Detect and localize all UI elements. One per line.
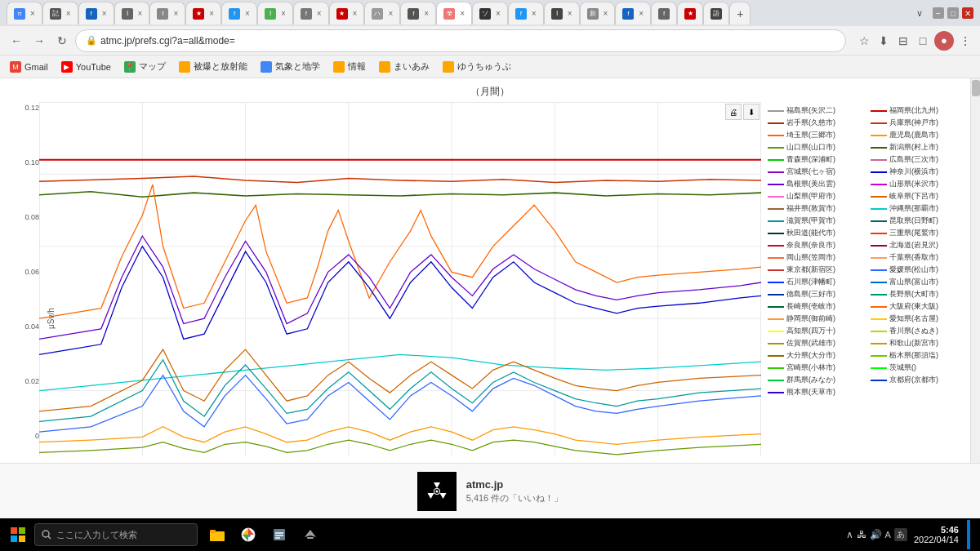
social-footer: atmc.jp 5,416 件の「いいね！」 (0, 463, 980, 518)
scrollbar-thumb[interactable] (972, 80, 980, 96)
tab-5-close[interactable]: × (173, 9, 178, 18)
save-button[interactable]: ⬇ (875, 33, 892, 49)
tab-16-icon: Ⅰ (551, 8, 563, 20)
scrollbar[interactable] (970, 78, 980, 463)
network-icon[interactable]: 🖧 (857, 529, 866, 540)
tab-new[interactable]: + (729, 2, 751, 24)
tab-10-close[interactable]: × (353, 9, 358, 18)
tab-9[interactable]: f× (293, 2, 329, 24)
tab-17[interactable]: 新× (580, 2, 616, 24)
tab-7-icon: f (229, 8, 240, 20)
tab-2[interactable]: 記× (42, 2, 78, 24)
tab-10[interactable]: ★× (329, 2, 365, 24)
clock[interactable]: 5:46 2022/04/14 (914, 525, 959, 544)
bookmark-youtube[interactable]: ▶ YouTube (58, 60, 114, 74)
tab-4[interactable]: Ⅰ× (114, 2, 150, 24)
youtube2-icon (443, 61, 454, 73)
tab-15-close[interactable]: × (532, 9, 537, 18)
refresh-button[interactable]: ↻ (52, 31, 72, 51)
miami-icon (379, 61, 390, 73)
taskbar-airplane-icon[interactable] (296, 520, 325, 549)
legend-label: 広島県(三次市) (889, 154, 938, 165)
tab-14[interactable]: ソ× (472, 2, 508, 24)
tab-8-close[interactable]: × (281, 9, 286, 18)
maximize-button[interactable]: □ (947, 7, 959, 19)
bookmark-youtube2-label: ゆうちゅうぶ (457, 60, 511, 73)
tab-7[interactable]: f× (221, 2, 257, 24)
tab-15[interactable]: f× (508, 2, 544, 24)
tab-overflow-btn[interactable]: ∨ (916, 8, 923, 19)
bookmark-star-button[interactable]: ☆ (856, 33, 872, 49)
tab-14-close[interactable]: × (496, 9, 501, 18)
bookmark-hibaku-label: 被爆と放射能 (194, 60, 247, 73)
ime-mode-indicator[interactable]: あ (894, 528, 907, 541)
legend-color-line (768, 306, 784, 308)
tab-1[interactable]: π× (7, 2, 42, 24)
tab-21[interactable]: 語 (703, 2, 729, 24)
start-button[interactable] (3, 520, 33, 549)
bookmark-kishō[interactable]: 気象と地学 (257, 59, 323, 74)
tab-12[interactable]: f× (400, 2, 436, 24)
tab-18[interactable]: f× (615, 2, 651, 24)
bookmark-youtube2[interactable]: ゆうちゅうぶ (439, 59, 514, 74)
tab-11[interactable]: ハ× (364, 2, 400, 24)
speaker-icon[interactable]: 🔊 (870, 529, 882, 540)
back-button[interactable]: ← (7, 31, 26, 51)
legend-row: 滋賀県(甲賀市)昆取県(日野町) (768, 216, 967, 226)
legend-row: 秋田道(能代市)三重県(尾鷲市) (768, 228, 967, 238)
taskbar-divider (967, 520, 970, 549)
tab-19[interactable]: f (651, 2, 677, 24)
taskbar-explorer-icon[interactable] (203, 520, 232, 549)
tab-9-icon: f (301, 8, 312, 20)
chart-svg: 3/19 3/23 3/27 3/31 4/4 4/8 4/12 (39, 102, 761, 456)
tab-active-close[interactable]: × (460, 9, 465, 18)
taskbar-chrome-icon[interactable] (234, 520, 263, 549)
input-mode-icon[interactable]: A (885, 530, 891, 540)
tab-20[interactable]: ★ (677, 2, 703, 24)
legend-item: 栃木県(那須塩) (871, 350, 967, 361)
download-button[interactable]: ⬇ (743, 104, 760, 120)
tab-2-close[interactable]: × (66, 9, 71, 18)
tab-16-close[interactable]: × (568, 9, 572, 18)
taskbar-search[interactable]: ここに入力して検索 (34, 523, 198, 546)
new-window-button[interactable]: □ (915, 33, 931, 49)
tab-6[interactable]: ★× (185, 2, 221, 24)
bookmark-info[interactable]: 情報 (330, 59, 369, 74)
tab-16[interactable]: Ⅰ× (544, 2, 580, 24)
legend-row: 大分県(大分市)栃木県(那須塩) (768, 350, 967, 361)
bookmark-miami[interactable]: まいあみ (376, 59, 433, 74)
profile-button[interactable]: ● (934, 31, 954, 51)
tab-12-close[interactable]: × (424, 9, 429, 18)
chevron-up-icon[interactable]: ∧ (846, 529, 853, 540)
address-bar[interactable]: 🔒 atmc.jp/prefs.cgi?a=all&mode= (75, 29, 846, 52)
bookmark-hibaku[interactable]: 被爆と放射能 (176, 59, 251, 74)
tab-3[interactable]: f× (78, 2, 114, 24)
tab-active[interactable]: ☢× (436, 2, 472, 24)
tab-1-close[interactable]: × (30, 9, 35, 18)
tab-11-close[interactable]: × (388, 9, 393, 18)
legend-item: 香川県(さぬき) (871, 326, 967, 336)
menu-button[interactable]: ⋮ (957, 33, 973, 49)
tab-7-close[interactable]: × (245, 9, 250, 18)
tab-17-close[interactable]: × (604, 9, 608, 18)
tab-6-close[interactable]: × (209, 9, 214, 18)
tab-5[interactable]: f× (149, 2, 185, 24)
taskbar-files-icon[interactable] (265, 520, 294, 549)
minimize-button[interactable]: − (933, 7, 944, 19)
legend-row: 山梨県(甲府市)岐阜県(下呂市) (768, 191, 967, 202)
tab-search-button[interactable]: ⊟ (895, 33, 911, 49)
tab-8[interactable]: Ⅰ× (257, 2, 293, 24)
legend-item: 千葉県(香取市) (871, 252, 967, 263)
tab-9-close[interactable]: × (317, 9, 322, 18)
legend-color-line (768, 367, 784, 369)
bookmark-maps[interactable]: 📍 マップ (121, 59, 169, 74)
close-button[interactable]: ✕ (962, 7, 973, 19)
svg-rect-37 (307, 537, 314, 539)
tab-4-close[interactable]: × (138, 9, 143, 18)
forward-button[interactable]: → (29, 31, 49, 51)
tab-18-close[interactable]: × (639, 9, 644, 18)
bookmark-gmail[interactable]: M Gmail (7, 60, 51, 74)
chart-area: 0.12 0.10 0.08 0.06 0.04 0.02 0 🖨 ⬇ (7, 102, 973, 456)
tab-3-close[interactable]: × (102, 9, 107, 18)
print-button[interactable]: 🖨 (725, 104, 742, 120)
